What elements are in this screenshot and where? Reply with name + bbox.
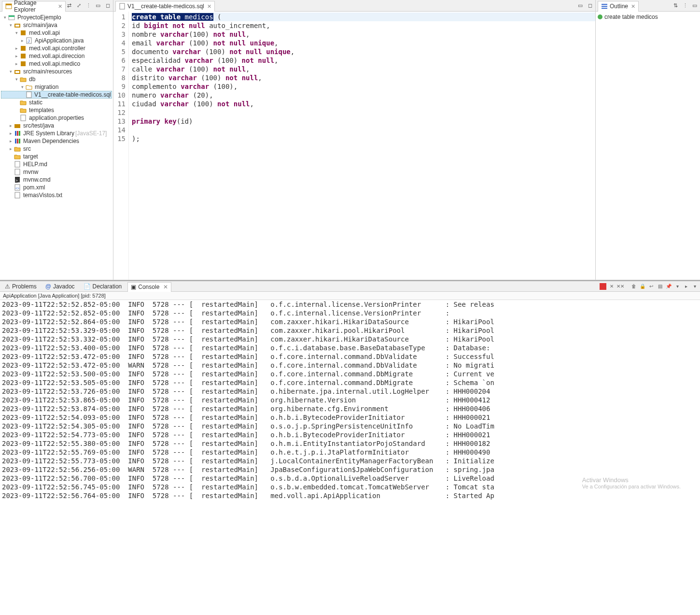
maximize-icon[interactable]: ◻ xyxy=(587,2,593,9)
min-icon[interactable]: ▭ xyxy=(691,2,698,9)
java-file-icon: J xyxy=(25,37,33,44)
svg-rect-16 xyxy=(14,124,20,128)
javadoc-icon: @ xyxy=(45,283,51,290)
new-console-icon[interactable]: ▾ xyxy=(691,283,698,290)
tree-app-props[interactable]: application.properties xyxy=(1,114,112,122)
tree-pom[interactable]: <>pom.xml xyxy=(1,184,112,191)
svg-rect-32 xyxy=(602,6,607,7)
svg-rect-23 xyxy=(15,161,20,167)
open-console-icon[interactable]: ▸ xyxy=(683,283,689,290)
svg-rect-22 xyxy=(19,139,20,143)
display-selected-icon[interactable]: ▾ xyxy=(674,283,681,290)
editor-tab-title: V1__create-table-medicos.sql xyxy=(127,3,204,10)
tree-help[interactable]: HELP.md xyxy=(1,160,112,168)
tree-temas[interactable]: temasVistos.txt xyxy=(1,191,112,199)
svg-rect-9 xyxy=(21,46,26,51)
package-explorer-icon xyxy=(5,3,12,10)
cmd-file-icon: >_ xyxy=(14,176,21,184)
text-file-icon xyxy=(14,168,21,176)
tree-target[interactable]: target xyxy=(1,153,112,160)
console-icon: ▣ xyxy=(131,284,136,290)
outline-panel: Outline ✕ ⇅ ⋮ ▭ create table medicos xyxy=(595,0,700,280)
tree-maven[interactable]: ▸Maven Dependencies xyxy=(1,137,112,145)
tree-migration[interactable]: ▾migration xyxy=(1,83,112,91)
folder-icon xyxy=(14,145,21,153)
tab-problems[interactable]: ⚠Problems xyxy=(2,283,40,290)
svg-text:<>: <> xyxy=(15,186,19,190)
svg-rect-29 xyxy=(15,192,20,198)
tab-console[interactable]: ▣Console✕ xyxy=(127,282,171,292)
scroll-lock-icon[interactable]: 🔒 xyxy=(639,283,646,290)
tree-static[interactable]: static xyxy=(1,99,112,106)
editor-area[interactable]: 123456789101112131415 create table medic… xyxy=(113,12,595,280)
svg-rect-33 xyxy=(602,8,607,9)
remove-all-icon[interactable]: ✕✕ xyxy=(617,283,624,290)
sql-file-icon xyxy=(26,91,32,99)
tree-templates[interactable]: templates xyxy=(1,106,112,114)
problems-icon: ⚠ xyxy=(5,283,10,290)
svg-rect-6 xyxy=(21,30,26,35)
package-icon xyxy=(19,60,27,68)
close-icon[interactable]: ✕ xyxy=(207,3,211,10)
package-explorer-tab[interactable]: Package Explorer ✕ xyxy=(2,1,66,12)
table-icon xyxy=(598,14,602,19)
view-menu-icon[interactable]: ⋮ xyxy=(85,2,92,9)
tab-declaration[interactable]: 📄Declaration xyxy=(81,283,125,290)
folder-icon xyxy=(19,75,27,83)
svg-rect-15 xyxy=(21,115,26,121)
tree-mvnw[interactable]: mvnw xyxy=(1,168,112,176)
close-icon[interactable]: ✕ xyxy=(631,3,635,10)
tree-pkg-direccion[interactable]: ▸med.voll.api.direccion xyxy=(1,52,112,60)
project-tree[interactable]: ▾ProyectoEjemplo ▾src/main/java ▾med.vol… xyxy=(0,12,113,280)
view-menu-icon[interactable]: ⋮ xyxy=(682,2,688,9)
tree-project[interactable]: ▾ProyectoEjemplo xyxy=(1,14,112,21)
outline-item[interactable]: create table medicos xyxy=(598,14,698,20)
gutter: 123456789101112131415 xyxy=(113,12,129,280)
console-output[interactable]: 2023-09-11T22:52:52.852-05:00 INFO 5728 … xyxy=(0,300,700,615)
word-wrap-icon[interactable]: ↩ xyxy=(648,283,655,290)
pin-console-icon[interactable]: 📌 xyxy=(665,283,672,290)
tree-pkg-controller[interactable]: ▸med.voll.api.controller xyxy=(1,44,112,52)
tree-db[interactable]: ▾db xyxy=(1,75,112,83)
folder-icon xyxy=(19,106,27,114)
project-icon xyxy=(8,14,15,21)
maximize-icon[interactable]: ◻ xyxy=(104,2,111,9)
minimize-icon[interactable]: ▭ xyxy=(95,2,101,9)
tree-src-main-resources[interactable]: ▾src/main/resources xyxy=(1,68,112,75)
tree-mvnwcmd[interactable]: >_mvnw.cmd xyxy=(1,176,112,184)
sort-icon[interactable]: ⇅ xyxy=(672,2,679,9)
terminate-icon[interactable] xyxy=(600,283,606,290)
tab-javadoc[interactable]: @Javadoc xyxy=(42,283,78,290)
tree-pkg-api[interactable]: ▾med.voll.api xyxy=(1,29,112,37)
xml-file-icon: <> xyxy=(14,184,21,191)
svg-rect-5 xyxy=(15,25,19,27)
tree-jre[interactable]: ▸JRE System Library [JavaSE-17] xyxy=(1,129,112,137)
svg-rect-30 xyxy=(120,3,125,9)
text-file-icon xyxy=(14,191,21,199)
svg-text:J: J xyxy=(28,39,30,43)
close-icon[interactable]: ✕ xyxy=(163,284,168,290)
tree-sql-file[interactable]: V1__create-table-medicos.sql xyxy=(1,91,112,99)
focus-icon[interactable]: ⤢ xyxy=(75,2,82,9)
svg-text:>_: >_ xyxy=(15,178,20,183)
code-area[interactable]: create table medicos (id bigint not null… xyxy=(129,12,595,280)
props-file-icon xyxy=(19,114,27,122)
link-with-editor-icon[interactable]: ⇄ xyxy=(66,2,72,9)
sql-file-icon xyxy=(119,3,126,10)
clear-console-icon[interactable]: 🗑 xyxy=(630,283,637,290)
close-icon[interactable]: ✕ xyxy=(58,3,62,10)
svg-rect-13 xyxy=(15,71,19,73)
tree-api-app[interactable]: ▸JApiApplication.java xyxy=(1,37,112,44)
library-icon xyxy=(14,137,21,145)
outline-tab[interactable]: Outline ✕ xyxy=(598,1,639,12)
show-console-icon[interactable]: ▤ xyxy=(657,283,663,290)
tree-src-main-java[interactable]: ▾src/main/java xyxy=(1,21,112,29)
remove-launch-icon[interactable]: ✕ xyxy=(608,283,615,290)
source-folder-icon xyxy=(14,122,21,129)
tree-src-test[interactable]: ▸src/test/java xyxy=(1,122,112,129)
tree-src-folder[interactable]: ▸src xyxy=(1,145,112,153)
minimize-icon[interactable]: ▭ xyxy=(577,2,584,9)
tree-pkg-medico[interactable]: ▸med.voll.api.medico xyxy=(1,60,112,68)
editor-tab[interactable]: V1__create-table-medicos.sql ✕ xyxy=(115,1,215,12)
bottom-panel: ⚠Problems @Javadoc 📄Declaration ▣Console… xyxy=(0,280,700,615)
